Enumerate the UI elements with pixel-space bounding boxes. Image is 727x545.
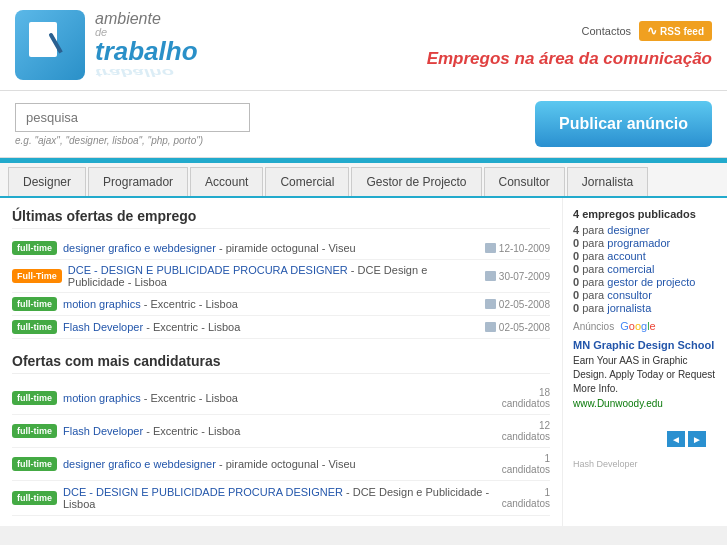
sidebar-published: 4 empregos publicados (573, 208, 717, 220)
latest-jobs-list: full-time designer grafico e webdesigner… (12, 237, 550, 339)
calendar-icon (485, 271, 496, 281)
candidates-count: 12candidatos (502, 420, 550, 442)
contactos-rss: Contactos ∿ RSS feed (427, 21, 712, 41)
sidebar-category-link[interactable]: account (607, 250, 646, 262)
job-info: motion graphics - Excentric - Lisboa (63, 298, 479, 310)
logo-text: ambiente de trabalho trabalho (95, 11, 198, 80)
search-left: e.g. "ajax", "designer, lisboa", "php, p… (15, 103, 250, 146)
popular-jobs-title: Ofertas com mais candidaturas (12, 353, 550, 374)
ad-title-link[interactable]: MN Graphic Design School (573, 338, 717, 352)
calendar-icon (485, 243, 496, 253)
popular-jobs-list: full-time motion graphics - Excentric - … (12, 382, 550, 516)
job-date: 02-05-2008 (485, 299, 550, 310)
job-info: designer grafico e webdesigner - piramid… (63, 458, 496, 470)
badge: full-time (12, 320, 57, 334)
logo-icon (15, 10, 85, 80)
job-link[interactable]: designer grafico e webdesigner (63, 458, 216, 470)
logo-area: ambiente de trabalho trabalho (15, 10, 198, 80)
sidebar-category-link[interactable]: programador (607, 237, 670, 249)
job-date: 12-10-2009 (485, 243, 550, 254)
job-link[interactable]: Flash Developer (63, 425, 143, 437)
job-link[interactable]: DCE - DESIGN E PUBLICIDADE PROCURA DESIG… (63, 486, 343, 498)
ads-section: Anúncios Google (573, 320, 717, 332)
sidebar-count-item: 0 para account (573, 250, 717, 262)
job-info: Flash Developer - Excentric - Lisboa (63, 425, 496, 437)
candidates-count: 1candidatos (502, 453, 550, 475)
nav-tab-designer[interactable]: Designer (8, 167, 86, 196)
sidebar: 4 empregos publicados 4 para designer0 p… (562, 198, 727, 526)
rss-icon: ∿ (647, 24, 657, 38)
nav-tab-consultor[interactable]: Consultor (484, 167, 565, 196)
nav-tab-comercial[interactable]: Comercial (265, 167, 349, 196)
search-hint: e.g. "ajax", "designer, lisboa", "php, p… (15, 135, 250, 146)
sidebar-category-link[interactable]: designer (607, 224, 649, 236)
calendar-icon (485, 299, 496, 309)
publish-button[interactable]: Publicar anúncio (535, 101, 712, 147)
nav-tabs: DesignerProgramadorAccountComercialGesto… (0, 161, 727, 198)
logo-trabalho: trabalho (95, 38, 198, 64)
job-info: designer grafico e webdesigner - piramid… (63, 242, 479, 254)
job-desc: - Excentric - Lisboa (146, 425, 240, 437)
candidates-count: 1candidatos (502, 487, 550, 509)
content-area: Últimas ofertas de emprego full-time des… (0, 198, 562, 526)
sidebar-category-link[interactable]: consultor (607, 289, 652, 301)
sidebar-category-link[interactable]: comercial (607, 263, 654, 275)
popular-job-item: full-time Flash Developer - Excentric - … (12, 415, 550, 448)
search-input[interactable] (15, 103, 250, 132)
search-area: e.g. "ajax", "designer, lisboa", "php, p… (0, 91, 727, 158)
job-link[interactable]: Flash Developer (63, 321, 143, 333)
calendar-icon (485, 322, 496, 332)
nav-tab-gestor-de-projecto[interactable]: Gestor de Projecto (351, 167, 481, 196)
popular-job-item: full-time designer grafico e webdesigner… (12, 448, 550, 481)
logo-reflected: trabalho (95, 68, 198, 76)
pagination: ◄ ► (573, 425, 717, 453)
main-content: Últimas ofertas de emprego full-time des… (0, 198, 727, 526)
sidebar-count-item: 4 para designer (573, 224, 717, 236)
job-date: 02-05-2008 (485, 322, 550, 333)
nav-tab-jornalista[interactable]: Jornalista (567, 167, 648, 196)
job-item: full-time Flash Developer - Excentric - … (12, 316, 550, 339)
sidebar-count-item: 0 para comercial (573, 263, 717, 275)
logo-ambiente: ambiente (95, 11, 198, 27)
job-desc: - Excentric - Lisboa (144, 298, 238, 310)
badge: full-time (12, 424, 57, 438)
ad-block: MN Graphic Design School Earn Your AAS i… (573, 338, 717, 409)
badge: full-time (12, 297, 57, 311)
badge: Full-Time (12, 269, 62, 283)
job-desc: - Excentric - Lisboa (146, 321, 240, 333)
ad-text: Earn Your AAS in Graphic Design. Apply T… (573, 354, 717, 396)
rss-button[interactable]: ∿ RSS feed (639, 21, 712, 41)
nav-tab-programador[interactable]: Programador (88, 167, 188, 196)
tagline: Empregos na área da comunicação (427, 49, 712, 69)
prev-page-button[interactable]: ◄ (667, 431, 685, 447)
header: ambiente de trabalho trabalho Contactos … (0, 0, 727, 91)
badge: full-time (12, 241, 57, 255)
job-desc: - piramide octogunal - Viseu (219, 458, 356, 470)
sidebar-category-link[interactable]: jornalista (607, 302, 651, 314)
job-item: full-time designer grafico e webdesigner… (12, 237, 550, 260)
job-link[interactable]: DCE - DESIGN E PUBLICIDADE PROCURA DESIG… (68, 264, 348, 276)
sidebar-count-item: 0 para programador (573, 237, 717, 249)
job-info: DCE - DESIGN E PUBLICIDADE PROCURA DESIG… (63, 486, 496, 510)
sidebar-count-item: 0 para gestor de projecto (573, 276, 717, 288)
ads-label: Anúncios (573, 321, 614, 332)
nav-tab-account[interactable]: Account (190, 167, 263, 196)
job-link[interactable]: designer grafico e webdesigner (63, 242, 216, 254)
badge: full-time (12, 491, 57, 505)
header-right: Contactos ∿ RSS feed Empregos na área da… (427, 21, 712, 69)
candidates-count: 18candidatos (502, 387, 550, 409)
google-logo: Google (620, 320, 656, 332)
badge: full-time (12, 391, 57, 405)
popular-job-item: full-time DCE - DESIGN E PUBLICIDADE PRO… (12, 481, 550, 516)
badge: full-time (12, 457, 57, 471)
rss-label: RSS feed (660, 26, 704, 37)
job-link[interactable]: motion graphics (63, 392, 141, 404)
next-page-button[interactable]: ► (688, 431, 706, 447)
job-info: DCE - DESIGN E PUBLICIDADE PROCURA DESIG… (68, 264, 479, 288)
popular-job-item: full-time motion graphics - Excentric - … (12, 382, 550, 415)
contactos-link[interactable]: Contactos (582, 25, 632, 37)
sidebar-category-link[interactable]: gestor de projecto (607, 276, 695, 288)
job-link[interactable]: motion graphics (63, 298, 141, 310)
job-desc: - Excentric - Lisboa (144, 392, 238, 404)
sidebar-counts: 4 para designer0 para programador0 para … (573, 224, 717, 314)
